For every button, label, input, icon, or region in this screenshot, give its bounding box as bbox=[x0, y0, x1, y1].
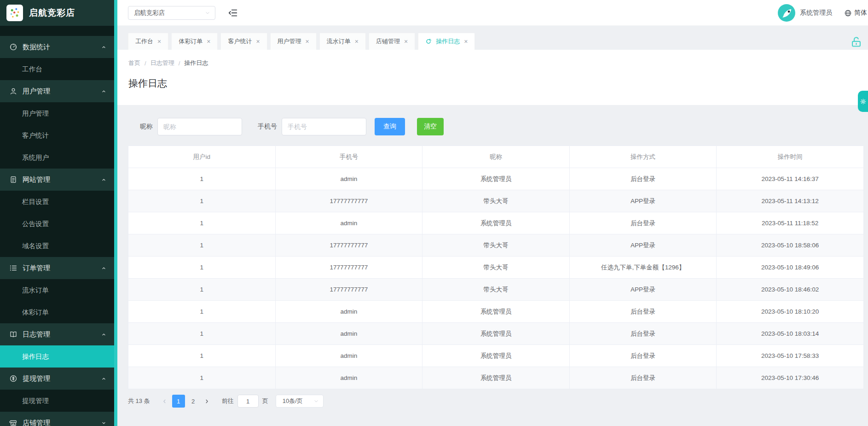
user-name[interactable]: 系统管理员 bbox=[800, 9, 832, 17]
lock-screen-icon[interactable] bbox=[850, 36, 862, 48]
next-page-button[interactable] bbox=[201, 395, 214, 408]
tab-item[interactable]: 用户管理× bbox=[270, 33, 317, 50]
cell: 2023-05-11 14:13:12 bbox=[717, 190, 864, 212]
sidebar-item[interactable]: 流水订单 bbox=[0, 279, 114, 301]
tab-item[interactable]: 体彩订单× bbox=[171, 33, 218, 50]
page-number-button[interactable]: 2 bbox=[187, 395, 200, 408]
sidebar-item[interactable]: 体彩订单 bbox=[0, 301, 114, 323]
cell: admin bbox=[275, 301, 422, 323]
column-header: 操作时间 bbox=[717, 146, 864, 168]
tab-active[interactable]: 操作日志× bbox=[418, 33, 475, 50]
breadcrumb-home[interactable]: 首页 bbox=[128, 59, 140, 67]
sidebar-item-label: 体彩订单 bbox=[22, 308, 49, 317]
cell: 后台登录 bbox=[569, 168, 717, 190]
chevron-down-icon bbox=[313, 398, 319, 404]
breadcrumb-separator: / bbox=[179, 60, 180, 67]
refresh-icon bbox=[425, 38, 432, 45]
close-icon[interactable]: × bbox=[404, 38, 408, 45]
sidebar-group[interactable]: 店铺管理 bbox=[0, 412, 114, 426]
sidebar: 启航竞彩店 数据统计工作台用户管理用户管理客户统计系统用户网站管理栏目设置公告设… bbox=[0, 0, 114, 426]
tab-item[interactable]: 工作台× bbox=[128, 33, 168, 50]
cell: 后台登录 bbox=[569, 345, 717, 367]
app-title: 启航竞彩店 bbox=[29, 7, 75, 19]
close-icon[interactable]: × bbox=[355, 38, 359, 45]
language-switcher[interactable]: 简体 bbox=[844, 9, 867, 17]
sidebar-group[interactable]: 提现管理 bbox=[0, 368, 114, 390]
sidebar-group-label: 数据统计 bbox=[23, 43, 50, 52]
app-logo-icon bbox=[6, 5, 23, 21]
cell: 系统管理员 bbox=[422, 367, 570, 389]
sidebar-scrollbar[interactable] bbox=[114, 0, 117, 426]
search-button[interactable]: 查询 bbox=[375, 118, 405, 135]
close-icon[interactable]: × bbox=[464, 38, 468, 45]
sidebar-item[interactable]: 公告设置 bbox=[0, 213, 114, 235]
sidebar-group-label: 用户管理 bbox=[23, 87, 50, 96]
cell: admin bbox=[275, 168, 422, 190]
sidebar-item[interactable]: 用户管理 bbox=[0, 102, 114, 124]
content-body: 昵称 手机号 查询 清空 用户id手机号昵称操作方式操作时间 1admin系统管… bbox=[117, 105, 868, 426]
sidebar-item-label: 域名设置 bbox=[22, 242, 49, 251]
cell: 17777777777 bbox=[275, 190, 422, 212]
page-size-select[interactable]: 10条/页 bbox=[276, 395, 324, 408]
sidebar-menu: 数据统计工作台用户管理用户管理客户统计系统用户网站管理栏目设置公告设置域名设置订… bbox=[0, 26, 114, 426]
breadcrumb-log-management[interactable]: 日志管理 bbox=[150, 59, 174, 67]
sidebar-item[interactable]: 域名设置 bbox=[0, 235, 114, 257]
cell: 带头大哥 bbox=[422, 257, 570, 279]
sidebar-group[interactable]: 数据统计 bbox=[0, 36, 114, 58]
sidebar-item[interactable]: 客户统计 bbox=[0, 124, 114, 146]
cell: 系统管理员 bbox=[422, 301, 570, 323]
goto-page-input[interactable] bbox=[237, 395, 259, 408]
sidebar-group[interactable]: 用户管理 bbox=[0, 80, 114, 102]
chevron-left-icon bbox=[162, 398, 168, 404]
cell: 系统管理员 bbox=[422, 168, 570, 190]
close-icon[interactable]: × bbox=[157, 38, 161, 45]
cell: 17777777777 bbox=[275, 234, 422, 257]
tab-label: 用户管理 bbox=[278, 37, 301, 46]
prev-page-button[interactable] bbox=[158, 395, 171, 408]
clear-button[interactable]: 清空 bbox=[417, 118, 444, 135]
app-logo-row: 启航竞彩店 bbox=[0, 0, 114, 26]
cell: 1 bbox=[128, 168, 276, 190]
tab-item[interactable]: 店铺管理× bbox=[369, 33, 415, 50]
tab-item[interactable]: 流水订单× bbox=[319, 33, 366, 50]
sidebar-item[interactable]: 系统用户 bbox=[0, 146, 114, 169]
settings-panel-toggle[interactable] bbox=[858, 91, 868, 112]
cell: 带头大哥 bbox=[422, 279, 570, 301]
close-icon[interactable]: × bbox=[306, 38, 309, 45]
tab-item[interactable]: 客户统计× bbox=[220, 33, 267, 50]
sidebar-group[interactable]: 订单管理 bbox=[0, 257, 114, 279]
breadcrumb-separator: / bbox=[145, 60, 146, 67]
page-unit-label: 页 bbox=[262, 397, 268, 405]
nickname-input[interactable] bbox=[157, 118, 242, 135]
column-header: 用户id bbox=[128, 146, 276, 168]
sidebar-item[interactable]: 提现管理 bbox=[0, 390, 114, 412]
sidebar-group-label: 日志管理 bbox=[23, 330, 50, 339]
globe-icon bbox=[844, 9, 852, 17]
sidebar-item[interactable]: 工作台 bbox=[0, 58, 114, 80]
sidebar-item-label: 栏目设置 bbox=[22, 198, 49, 206]
topbar-right: 系统管理员 简体 bbox=[778, 0, 867, 26]
log-icon bbox=[9, 330, 17, 338]
close-icon[interactable]: × bbox=[256, 38, 260, 45]
user-avatar[interactable] bbox=[778, 4, 795, 22]
cell: 后台登录 bbox=[569, 212, 717, 234]
table-row: 1admin系统管理员后台登录2023-05-10 17:30:46 bbox=[128, 367, 864, 389]
close-icon[interactable]: × bbox=[207, 38, 210, 45]
column-header: 昵称 bbox=[422, 146, 570, 168]
sidebar-item-label: 流水订单 bbox=[22, 286, 49, 295]
cell: 后台登录 bbox=[569, 301, 717, 323]
phone-input[interactable] bbox=[282, 118, 366, 135]
store-select[interactable]: 启航竞彩店 bbox=[128, 6, 215, 20]
sidebar-item[interactable]: 操作日志 bbox=[0, 345, 114, 368]
menu-fold-icon[interactable] bbox=[228, 8, 238, 18]
sidebar-group[interactable]: 日志管理 bbox=[0, 323, 114, 345]
page-number-button[interactable]: 1 bbox=[172, 395, 185, 408]
cell: 2023-05-11 11:18:52 bbox=[717, 212, 864, 234]
sidebar-group[interactable]: 网站管理 bbox=[0, 169, 114, 191]
sidebar-item[interactable]: 栏目设置 bbox=[0, 191, 114, 213]
store-select-value: 启航竞彩店 bbox=[134, 9, 165, 17]
pagination: 共 13 条 12 前往 页 10条/页 bbox=[128, 395, 868, 408]
page-number-list: 12 bbox=[171, 395, 201, 408]
topbar: 启航竞彩店 系统管理员 简体 bbox=[117, 0, 868, 26]
cell: 2023-05-11 14:16:37 bbox=[717, 168, 864, 190]
